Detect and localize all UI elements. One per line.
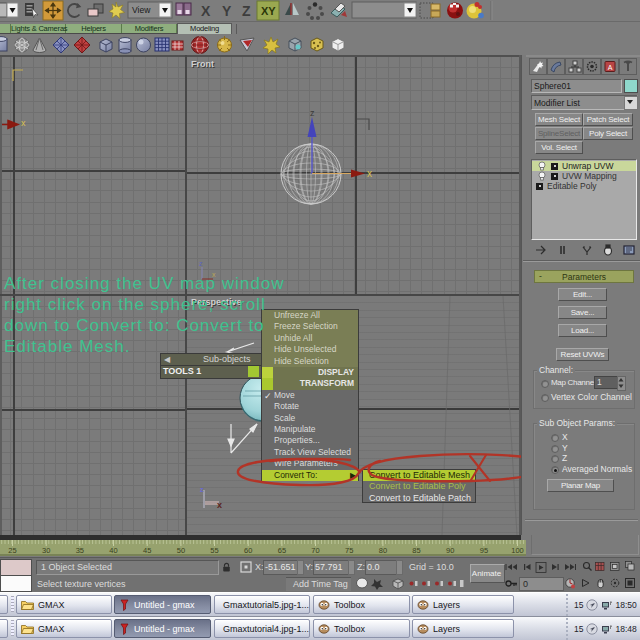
svg-text:90: 90 [446, 546, 454, 555]
svg-text:Z: Z [242, 3, 251, 19]
svg-text:x: x [367, 168, 372, 179]
svg-text:z: z [310, 108, 315, 118]
svg-text:View: View [132, 5, 151, 15]
svg-text:Y: Y [222, 3, 232, 19]
svg-text:60: 60 [244, 546, 252, 555]
svg-text:55: 55 [210, 546, 218, 555]
svg-text:x: x [21, 118, 26, 128]
svg-text:z: z [199, 260, 203, 267]
svg-text:30: 30 [42, 546, 50, 555]
svg-text:XY: XY [261, 5, 276, 17]
svg-text:85: 85 [412, 546, 420, 555]
svg-text:x: x [217, 500, 222, 510]
svg-text:65: 65 [278, 546, 286, 555]
svg-text:25: 25 [8, 546, 16, 555]
svg-text:A: A [608, 64, 613, 71]
svg-text:95: 95 [480, 546, 488, 555]
svg-text:35: 35 [76, 546, 84, 555]
svg-text:70: 70 [311, 546, 319, 555]
svg-text:75: 75 [345, 546, 353, 555]
svg-text:80: 80 [379, 546, 387, 555]
svg-text:z: z [200, 486, 204, 493]
svg-text:40: 40 [109, 546, 117, 555]
svg-text:50: 50 [177, 546, 185, 555]
svg-text:45: 45 [143, 546, 151, 555]
svg-text:100: 100 [511, 546, 524, 555]
svg-text:X: X [201, 3, 211, 19]
